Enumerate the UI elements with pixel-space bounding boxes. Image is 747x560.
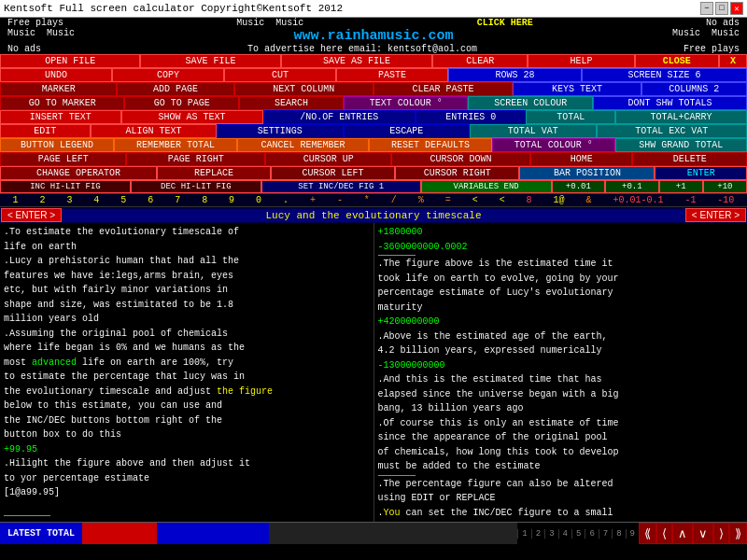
variables-end-btn[interactable]: VARIABLES END [421, 180, 552, 193]
menu-row-1: OPEN FILE SAVE FILE SAVE AS FILE CLEAR H… [0, 54, 747, 68]
align-text-btn[interactable]: ALIGN TEXT [91, 124, 217, 138]
title-controls: − □ ✕ [700, 2, 743, 15]
click-here[interactable]: CLICK HERE [477, 18, 533, 28]
dec-hi-lit-btn[interactable]: DEC HI-LIT FIG [131, 180, 261, 193]
insert-text-btn[interactable]: INSERT TEXT [0, 110, 121, 124]
save-as-btn[interactable]: SAVE AS FILE [281, 54, 432, 68]
page-numbers: 1 2 3 4 5 6 7 8 9 [517, 529, 639, 539]
cancel-remember-btn[interactable]: CANCEL REMEMBER [237, 138, 369, 152]
save-file-btn[interactable]: SAVE FILE [140, 54, 280, 68]
nav-next-btn[interactable]: ⟩ [713, 523, 729, 544]
progress-red [82, 523, 157, 544]
cursor-left-btn[interactable]: CURSOR LEFT [271, 166, 395, 180]
menu-row-9: CHANGE OPERATOR REPLACE CURSOR LEFT CURS… [0, 166, 747, 180]
entry-bar: < ENTER > Lucy and the evolutionary time… [0, 206, 747, 223]
settings-btn[interactable]: SETTINGS [217, 124, 343, 138]
close-btn[interactable]: CLOSE [635, 54, 719, 68]
page-left-btn[interactable]: PAGE LEFT [0, 152, 126, 166]
left-panel: .To estimate the evolutionary timescale … [0, 223, 374, 522]
menu-row-5: INSERT TEXT SHOW AS TEXT /NO.OF ENTRIES … [0, 110, 747, 124]
help-btn[interactable]: HELP [528, 54, 634, 68]
right-panel: +1800000 -3600000000.0002 .The figure ab… [374, 223, 748, 522]
status-bar: LATEST TOTAL 1 2 3 4 5 6 7 8 9 ⟪ ⟨ ∧ ∨ ⟩… [0, 522, 747, 544]
nav-last-btn[interactable]: ⟫ [729, 523, 747, 544]
show-as-text-btn[interactable]: SHOW AS TEXT [121, 110, 263, 124]
plus-001-btn[interactable]: +0.01 [552, 180, 606, 193]
total-vat-btn[interactable]: TOTAL VAT [470, 124, 596, 138]
plus-1-btn[interactable]: +1 [659, 180, 703, 193]
rows-btn[interactable]: ROWS 28 [448, 68, 582, 82]
edit-btn[interactable]: EDIT [0, 124, 91, 138]
progress-blue [157, 523, 269, 544]
nav-first-btn[interactable]: ⟪ [639, 523, 656, 544]
ad-row-3: No ads To advertise here email: kentsoft… [0, 44, 747, 54]
nav-down-btn[interactable]: ∨ [693, 523, 713, 544]
total-exc-vat-btn[interactable]: TOTAL EXC VAT [597, 124, 747, 138]
home-btn[interactable]: HOME [530, 152, 633, 166]
minimize-btn[interactable]: − [700, 2, 713, 15]
status-progress [82, 523, 517, 544]
cursor-up-btn[interactable]: CURSOR UP [265, 152, 391, 166]
button-legend-btn[interactable]: BUTTON LEGEND [0, 138, 114, 152]
no-entries-btn[interactable]: /NO.OF ENTRIES [263, 110, 416, 124]
copy-btn[interactable]: COPY [112, 68, 224, 82]
add-page-btn[interactable]: ADD PAGE [117, 82, 233, 96]
maximize-btn[interactable]: □ [715, 2, 728, 15]
replace-btn[interactable]: REPLACE [157, 166, 271, 180]
clear-btn[interactable]: CLEAR [432, 54, 528, 68]
escape-btn[interactable]: ESCAPE [344, 124, 470, 138]
ad-row-1: Free plays MusicMusic CLICK HERE No ads [0, 18, 747, 28]
plus-10-btn[interactable]: +10 [703, 180, 747, 193]
change-operator-btn[interactable]: CHANGE OPERATOR [0, 166, 157, 180]
total-colour-btn[interactable]: TOTAL COLOUR ° [492, 138, 615, 152]
total-btn[interactable]: TOTAL [526, 110, 615, 124]
site-url[interactable]: www.rainhamusic.com [293, 28, 453, 44]
menu-row-3: MARKER ADD PAGE NEXT COLUMN CLEAR PASTE … [0, 82, 747, 96]
go-to-marker-btn[interactable]: GO TO MARKER [0, 96, 124, 110]
open-file-btn[interactable]: OPEN FILE [0, 54, 140, 68]
screen-colour-btn[interactable]: SCREEN COLOUR [468, 96, 592, 110]
cursor-right-btn[interactable]: CURSOR RIGHT [395, 166, 519, 180]
columns-btn[interactable]: COLUMNS 2 [641, 82, 747, 96]
dont-shw-btn[interactable]: DONT SHW TOTALS [593, 96, 747, 110]
set-inc-dec-btn[interactable]: SET INC/DEC FIG 1 [261, 180, 421, 193]
menu-row-2: UNDO COPY CUT PASTE ROWS 28 SCREEN SIZE … [0, 68, 747, 82]
inc-hi-lit-btn[interactable]: INC HI-LIT FIG [0, 180, 131, 193]
delete-btn[interactable]: DELETE [632, 152, 747, 166]
remember-total-btn[interactable]: REMEMBER TOTAL [114, 138, 237, 152]
enter-label-right[interactable]: < ENTER > [685, 208, 746, 222]
search-btn[interactable]: SEARCH [239, 96, 344, 110]
screen-size-btn[interactable]: SCREEN SIZE 6 [582, 68, 747, 82]
x-btn[interactable]: X [719, 54, 747, 68]
keys-text-btn[interactable]: KEYS TEXT [513, 82, 641, 96]
menu-row-7: BUTTON LEGEND REMEMBER TOTAL CANCEL REME… [0, 138, 747, 152]
enter-btn[interactable]: ENTER [655, 166, 747, 180]
text-colour-btn[interactable]: TEXT COLOUR ° [344, 96, 468, 110]
page-right-btn[interactable]: PAGE RIGHT [126, 152, 264, 166]
go-to-page-btn[interactable]: GO TO PAGE [124, 96, 239, 110]
app-title: Kentsoft Full screen calculator Copyrigh… [4, 3, 343, 14]
paste-btn[interactable]: PASTE [336, 68, 448, 82]
total-carry-btn[interactable]: TOTAL+CARRY [615, 110, 747, 124]
ad-row-2: MusicMusic www.rainhamusic.com MusicMusi… [0, 28, 747, 44]
undo-btn[interactable]: UNDO [0, 68, 112, 82]
plus-01-btn[interactable]: +0.1 [605, 180, 659, 193]
close-window-btn[interactable]: ✕ [730, 2, 743, 15]
entries-btn[interactable]: ENTRIES 0 [416, 110, 526, 124]
nav-up-btn[interactable]: ∧ [672, 523, 693, 544]
bar-position-btn[interactable]: BAR POSITION [519, 166, 655, 180]
entry-title: Lucy and the evolutionary timescale [63, 209, 684, 222]
nav-prev-btn[interactable]: ⟨ [656, 523, 672, 544]
shw-grand-total-btn[interactable]: SHW GRAND TOTAL [615, 138, 747, 152]
enter-label-left[interactable]: < ENTER > [1, 208, 62, 222]
menu-row-6: EDIT ALIGN TEXT SETTINGS ESCAPE TOTAL VA… [0, 124, 747, 138]
cursor-down-btn[interactable]: CURSOR DOWN [391, 152, 529, 166]
next-col-btn[interactable]: NEXT COLUMN [234, 82, 374, 96]
menu-row-10: INC HI-LIT FIG DEC HI-LIT FIG SET INC/DE… [0, 180, 747, 193]
marker-btn[interactable]: MARKER [0, 82, 117, 96]
reset-defaults-btn[interactable]: RESET DEFAULTS [369, 138, 492, 152]
advertise-email: To advertise here email: kentsoft@aol.co… [247, 44, 477, 54]
clear-paste-btn[interactable]: CLEAR PASTE [374, 82, 513, 96]
cut-btn[interactable]: CUT [224, 68, 336, 82]
content-area: .To estimate the evolutionary timescale … [0, 223, 747, 522]
